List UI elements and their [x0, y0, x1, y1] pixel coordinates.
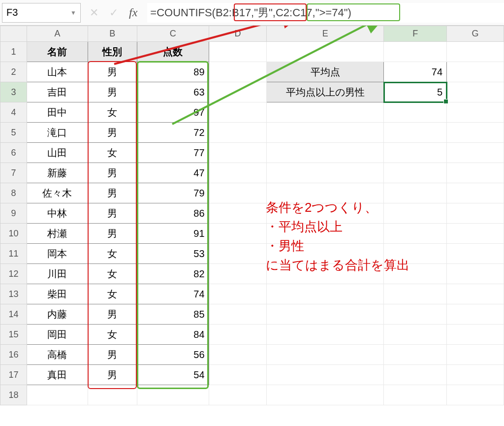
spreadsheet-grid[interactable]: A B C D E F G 1 名前 性別 点数 2 山本 男 89 平均点 7…	[0, 26, 504, 405]
cell-E16[interactable]	[267, 345, 384, 365]
cell-gender[interactable]: 女	[88, 244, 137, 264]
side-count-label[interactable]: 平均点以上の男性	[267, 82, 384, 102]
cell-G10[interactable]	[447, 224, 504, 244]
cell-G8[interactable]	[447, 183, 504, 203]
cell-score[interactable]: 74	[137, 284, 209, 304]
cell-D9[interactable]	[209, 203, 267, 224]
side-avg-label[interactable]: 平均点	[267, 62, 384, 82]
cell-G17[interactable]	[447, 365, 504, 385]
cell-D7[interactable]	[209, 163, 267, 183]
cell-D8[interactable]	[209, 183, 267, 203]
cell-G18[interactable]	[447, 385, 504, 405]
cell-score[interactable]: 63	[137, 82, 209, 102]
cell-name[interactable]: 新藤	[27, 163, 88, 183]
row-4[interactable]: 4	[0, 102, 27, 123]
row-11[interactable]: 11	[0, 244, 27, 264]
row-16[interactable]: 16	[0, 345, 27, 365]
cell-E5[interactable]	[267, 123, 384, 143]
cell-F17[interactable]	[384, 365, 447, 385]
cell-G12[interactable]	[447, 264, 504, 284]
cell-name[interactable]: 川田	[27, 264, 88, 284]
cell-D12[interactable]	[209, 264, 267, 284]
row-18[interactable]: 18	[0, 385, 27, 405]
cancel-icon[interactable]: ✕	[90, 6, 98, 19]
cell-gender[interactable]: 女	[88, 284, 137, 304]
cell-score[interactable]: 84	[137, 325, 209, 345]
cell-G11[interactable]	[447, 244, 504, 264]
row-5[interactable]: 5	[0, 123, 27, 143]
cell-score[interactable]: 47	[137, 163, 209, 183]
cell-score[interactable]: 86	[137, 203, 209, 224]
row-9[interactable]: 9	[0, 203, 27, 224]
cell-gender[interactable]: 男	[88, 345, 137, 365]
cell-gender[interactable]: 男	[88, 203, 137, 224]
cell-D14[interactable]	[209, 304, 267, 325]
cell-name[interactable]: 内藤	[27, 304, 88, 325]
row-17[interactable]: 17	[0, 365, 27, 385]
cell-score[interactable]: 72	[137, 123, 209, 143]
cell-D11[interactable]	[209, 244, 267, 264]
cell-D1[interactable]	[209, 42, 267, 62]
cell-gender[interactable]: 女	[88, 102, 137, 123]
cell-gender[interactable]: 男	[88, 82, 137, 102]
row-15[interactable]: 15	[0, 325, 27, 345]
cell-D13[interactable]	[209, 284, 267, 304]
cell-A18[interactable]	[27, 385, 88, 405]
cell-gender[interactable]: 男	[88, 163, 137, 183]
cell-name[interactable]: 柴田	[27, 284, 88, 304]
cell-name[interactable]: 村瀬	[27, 224, 88, 244]
cell-G7[interactable]	[447, 163, 504, 183]
cell-D18[interactable]	[209, 385, 267, 405]
cell-name[interactable]: 滝口	[27, 123, 88, 143]
cell-B18[interactable]	[88, 385, 137, 405]
cell-E15[interactable]	[267, 325, 384, 345]
cell-name[interactable]: 高橋	[27, 345, 88, 365]
cell-score[interactable]: 97	[137, 102, 209, 123]
cell-G4[interactable]	[447, 102, 504, 123]
cell-score[interactable]: 82	[137, 264, 209, 284]
row-14[interactable]: 14	[0, 304, 27, 325]
name-box[interactable]: F3 ▼	[2, 3, 81, 23]
cell-G15[interactable]	[447, 325, 504, 345]
cell-F7[interactable]	[384, 163, 447, 183]
header-gender[interactable]: 性別	[88, 42, 137, 62]
cell-F15[interactable]	[384, 325, 447, 345]
cell-G14[interactable]	[447, 304, 504, 325]
cell-name[interactable]: 中林	[27, 203, 88, 224]
row-3[interactable]: 3	[0, 82, 27, 102]
cell-E1[interactable]	[267, 42, 384, 62]
cell-gender[interactable]: 女	[88, 264, 137, 284]
cell-D15[interactable]	[209, 325, 267, 345]
cell-name[interactable]: 吉田	[27, 82, 88, 102]
cell-score[interactable]: 79	[137, 183, 209, 203]
cell-D5[interactable]	[209, 123, 267, 143]
col-C[interactable]: C	[137, 26, 209, 42]
cell-D6[interactable]	[209, 143, 267, 163]
fx-icon[interactable]: fx	[129, 6, 137, 19]
cell-F16[interactable]	[384, 345, 447, 365]
cell-G1[interactable]	[447, 42, 504, 62]
cell-score[interactable]: 53	[137, 244, 209, 264]
cell-name[interactable]: 佐々木	[27, 183, 88, 203]
col-G[interactable]: G	[447, 26, 504, 42]
cell-E7[interactable]	[267, 163, 384, 183]
cell-F14[interactable]	[384, 304, 447, 325]
cell-F6[interactable]	[384, 143, 447, 163]
cell-G2[interactable]	[447, 62, 504, 82]
cell-F1[interactable]	[384, 42, 447, 62]
cell-C18[interactable]	[137, 385, 209, 405]
side-avg-value[interactable]: 74	[384, 62, 447, 82]
row-12[interactable]: 12	[0, 264, 27, 284]
cell-F13[interactable]	[384, 284, 447, 304]
cell-F5[interactable]	[384, 123, 447, 143]
cell-G13[interactable]	[447, 284, 504, 304]
row-10[interactable]: 10	[0, 224, 27, 244]
cell-name[interactable]: 山本	[27, 62, 88, 82]
cell-name[interactable]: 真田	[27, 365, 88, 385]
row-13[interactable]: 13	[0, 284, 27, 304]
cell-gender[interactable]: 男	[88, 123, 137, 143]
cell-F4[interactable]	[384, 102, 447, 123]
cell-score[interactable]: 89	[137, 62, 209, 82]
header-name[interactable]: 名前	[27, 42, 88, 62]
cell-gender[interactable]: 女	[88, 325, 137, 345]
